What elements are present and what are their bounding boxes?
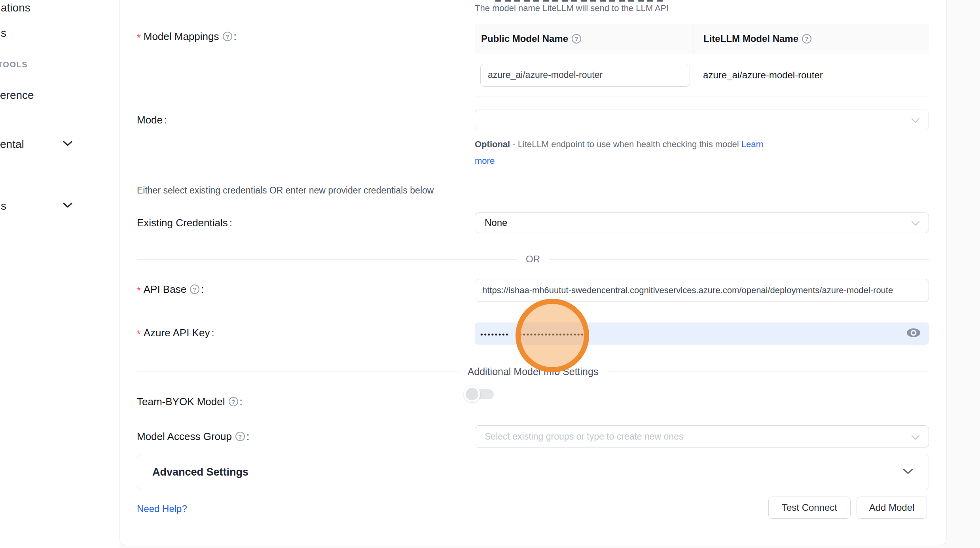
model-mappings-table: Public Model Name ? LiteLLM Model Name ?… [475, 24, 929, 97]
help-circle-icon[interactable]: ? [235, 432, 245, 441]
model-mappings-label: * Model Mappings ? : [137, 28, 237, 45]
or-divider-text: OR [526, 254, 540, 265]
model-access-group-select[interactable]: Select existing groups or type to create… [475, 425, 929, 448]
azure-api-key-input[interactable]: •••••••• ••••••••••••••••••• [475, 322, 929, 345]
public-model-name-header: Public Model Name ? [475, 24, 694, 53]
additional-settings-divider-text: Additional Model Info Settings [468, 366, 599, 377]
advanced-settings-title: Advanced Settings [152, 466, 248, 478]
credentials-hint: Either select existing credentials OR en… [137, 185, 434, 196]
team-byok-toggle[interactable] [464, 385, 495, 404]
existing-credentials-value: None [485, 217, 507, 228]
label-colon: : [246, 430, 249, 443]
label-colon: : [229, 217, 232, 229]
masked-password-dots: ••••••••••••••••••• [516, 329, 584, 338]
chevron-down-icon [902, 468, 914, 476]
divider-line [607, 372, 929, 372]
help-circle-icon[interactable]: ? [229, 397, 238, 406]
existing-credentials-label: Existing Credentials : [137, 214, 232, 231]
add-model-page: ations s TOOLS erence ental s The model … [0, 0, 980, 548]
clipped-content-above [495, 0, 665, 2]
help-circle-icon[interactable]: ? [572, 34, 581, 44]
api-base-input[interactable] [475, 279, 929, 302]
mode-select[interactable] [475, 110, 929, 130]
label-colon: : [234, 30, 237, 43]
public-model-name-cell [475, 64, 694, 87]
azure-api-key-label: * Azure API Key : [137, 324, 214, 341]
model-name-hint: The model name LiteLLM will send to the … [475, 3, 669, 13]
advanced-settings-panel[interactable]: Advanced Settings [137, 454, 929, 490]
help-circle-icon[interactable]: ? [190, 284, 199, 294]
public-model-name-input[interactable] [480, 64, 690, 87]
model-access-group-placeholder: Select existing groups or type to create… [485, 431, 683, 442]
label-colon: : [201, 283, 204, 296]
table-row: azure_ai/azure-model-router [475, 53, 929, 97]
label-colon: : [164, 114, 167, 126]
table-header-row: Public Model Name ? LiteLLM Model Name ? [475, 24, 929, 53]
chevron-down-icon [911, 217, 920, 228]
model-access-group-label: Model Access Group ? : [137, 428, 249, 445]
required-asterisk: * [137, 30, 141, 44]
add-model-button[interactable]: Add Model [857, 497, 927, 519]
existing-credentials-select[interactable]: None [475, 212, 929, 233]
required-asterisk: * [137, 326, 141, 340]
toggle-knob [464, 386, 480, 402]
masked-password-dots: •••••••• [480, 329, 509, 338]
litellm-model-name-header: LiteLLM Model Name ? [694, 24, 929, 53]
help-circle-icon[interactable]: ? [802, 34, 811, 44]
required-asterisk: * [137, 283, 141, 296]
additional-settings-divider: Additional Model Info Settings [137, 365, 929, 378]
need-help-link[interactable]: Need Help? [137, 503, 187, 514]
team-byok-label: Team-BYOK Model ? : [137, 393, 243, 410]
learn-more-link[interactable]: more [475, 155, 495, 167]
chevron-down-icon [911, 114, 920, 125]
test-connect-button[interactable]: Test Connect [768, 497, 851, 519]
litellm-model-name-value: azure_ai/azure-model-router [694, 70, 929, 81]
or-divider: OR [137, 253, 929, 265]
chevron-down-icon [911, 431, 920, 442]
label-colon: : [211, 327, 214, 339]
divider-line [137, 259, 517, 260]
learn-more-link[interactable]: Learn [741, 139, 764, 149]
mode-helper-text: Optional - LiteLLM endpoint to use when … [475, 138, 764, 150]
divider-line [549, 259, 929, 260]
eye-icon[interactable] [906, 328, 921, 339]
api-base-label: * API Base ? : [137, 281, 204, 298]
divider-line [137, 372, 459, 372]
mode-label: Mode : [137, 111, 167, 129]
help-circle-icon[interactable]: ? [223, 32, 232, 41]
label-colon: : [240, 396, 243, 408]
